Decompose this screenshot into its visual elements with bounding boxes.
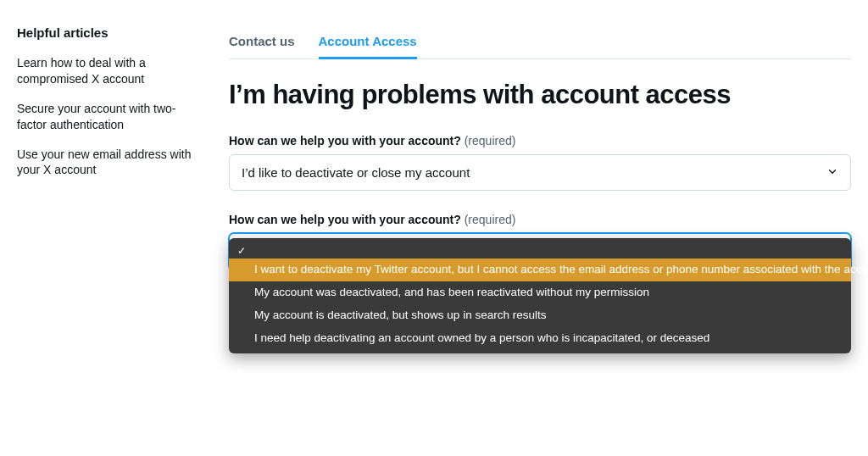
dropdown-option-blank[interactable]	[229, 242, 851, 259]
chevron-down-icon	[826, 165, 838, 180]
dropdown-option[interactable]: I need help deactivating an account owne…	[229, 327, 851, 350]
dropdown-option[interactable]: My account is deactivated, but shows up …	[229, 304, 851, 327]
tab-bar: Contact us Account Access	[229, 25, 851, 59]
tab-account-access[interactable]: Account Access	[319, 25, 417, 59]
dropdown-option[interactable]: My account was deactivated, and has been…	[229, 281, 851, 304]
field1-label: How can we help you with your account? (…	[229, 134, 851, 147]
select-help-topic-value: I’d like to deactivate or close my accou…	[242, 165, 470, 180]
sidebar-heading: Helpful articles	[17, 25, 195, 40]
sidebar-article-link[interactable]: Learn how to deal with a compromised X a…	[17, 55, 195, 87]
main-content: Contact us Account Access I’m having pro…	[212, 25, 851, 270]
dropdown-option[interactable]: I want to deactivate my Twitter account,…	[229, 259, 851, 281]
select-help-detail-dropdown: I want to deactivate my Twitter account,…	[229, 238, 851, 353]
select-help-topic[interactable]: I’d like to deactivate or close my accou…	[229, 154, 851, 191]
field2-label: How can we help you with your account? (…	[229, 213, 851, 226]
tab-contact-us[interactable]: Contact us	[229, 25, 295, 59]
sidebar-article-link[interactable]: Secure your account with two-factor auth…	[17, 101, 195, 133]
helpful-articles-sidebar: Helpful articles Learn how to deal with …	[17, 25, 212, 270]
page-title: I’m having problems with account access	[229, 80, 851, 110]
sidebar-article-link[interactable]: Use your new email address with your X a…	[17, 147, 195, 179]
